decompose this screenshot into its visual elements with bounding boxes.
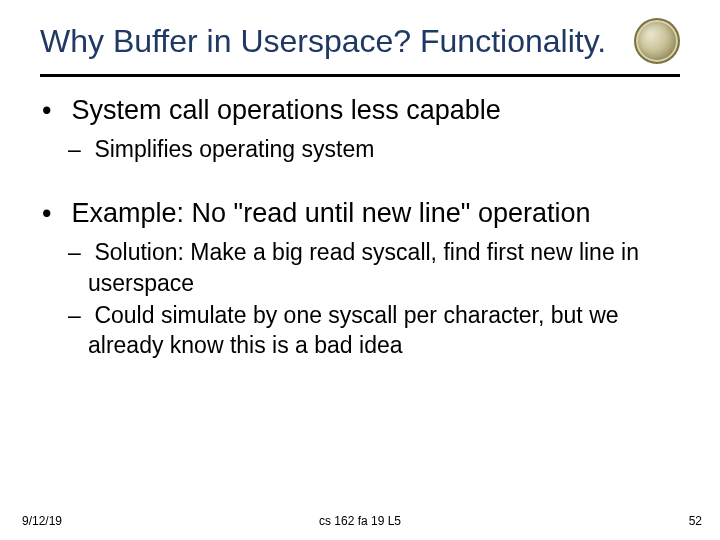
bullet-item: System call operations less capable Simp… — [44, 95, 680, 164]
title-row: Why Buffer in Userspace? Functionality. — [40, 18, 680, 77]
sub-bullet-item: Could simulate by one syscall per charac… — [88, 300, 680, 361]
footer: 9/12/19 cs 162 fa 19 L5 52 — [0, 514, 720, 528]
footer-date: 9/12/19 — [22, 514, 62, 528]
sub-bullet-text: Simplifies operating system — [94, 136, 374, 162]
sub-bullet-item: Solution: Make a big read syscall, find … — [88, 237, 680, 298]
slide: Why Buffer in Userspace? Functionality. … — [0, 0, 720, 540]
content-area: System call operations less capable Simp… — [40, 95, 680, 361]
footer-page-number: 52 — [689, 514, 702, 528]
university-seal-icon — [634, 18, 680, 64]
sub-bullet-text: Could simulate by one syscall per charac… — [88, 302, 619, 358]
bullet-item: Example: No "read until new line" operat… — [44, 198, 680, 360]
sub-bullet-text: Solution: Make a big read syscall, find … — [88, 239, 639, 295]
sub-bullet-list: Solution: Make a big read syscall, find … — [44, 237, 680, 360]
sub-bullet-list: Simplifies operating system — [44, 134, 680, 164]
bullet-list: System call operations less capable Simp… — [44, 95, 680, 361]
bullet-text: Example: No "read until new line" operat… — [72, 198, 591, 228]
slide-title: Why Buffer in Userspace? Functionality. — [40, 23, 606, 60]
bullet-text: System call operations less capable — [72, 95, 501, 125]
footer-center: cs 162 fa 19 L5 — [319, 514, 401, 528]
sub-bullet-item: Simplifies operating system — [88, 134, 680, 164]
